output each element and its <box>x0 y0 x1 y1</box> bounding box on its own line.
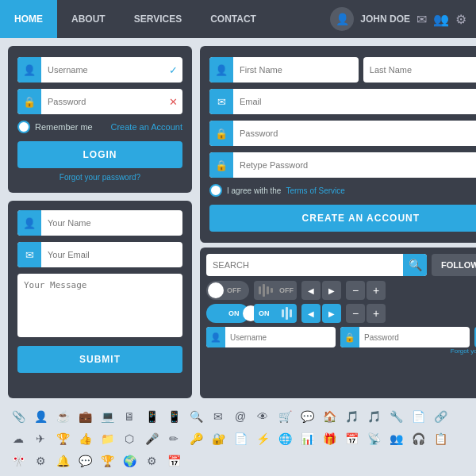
search-input[interactable] <box>206 260 403 270</box>
icon-headphones[interactable]: 🎧 <box>408 428 428 449</box>
arrow-left-1[interactable]: ◀ <box>301 281 321 300</box>
first-name-input[interactable] <box>233 65 359 75</box>
icon-plane[interactable]: ✈ <box>30 428 51 449</box>
nav-home[interactable]: HOME <box>0 0 57 38</box>
toggle-on-1[interactable]: ON <box>206 304 249 323</box>
toggle-off-1[interactable]: OFF <box>206 281 249 300</box>
settings-icon[interactable]: ⚙ <box>455 12 466 27</box>
username-input[interactable] <box>41 65 169 75</box>
users-icon[interactable]: 👥 <box>433 12 449 27</box>
icon-laptop[interactable]: 💻 <box>97 406 117 427</box>
icon-doc[interactable]: 📄 <box>408 406 428 427</box>
icon-home[interactable]: 🏠 <box>319 406 340 427</box>
toggle-off-label-1: OFF <box>227 286 241 294</box>
minus-btn-1[interactable]: − <box>346 281 365 300</box>
icon-wrench[interactable]: 🔧 <box>386 406 406 427</box>
icon-clipboard[interactable]: 📋 <box>430 428 451 449</box>
icon-pencil[interactable]: ✏ <box>163 428 184 449</box>
icon-mic[interactable]: 🎤 <box>141 428 162 449</box>
icon-signal[interactable]: 📡 <box>363 428 384 449</box>
create-account-link[interactable]: Create an Account <box>110 122 182 132</box>
icon-music[interactable]: 🎵 <box>341 406 362 427</box>
icon-lock[interactable]: 🔐 <box>208 428 228 449</box>
arrow-right-1[interactable]: ▶ <box>322 281 341 300</box>
icon-folder[interactable]: 📁 <box>97 428 117 449</box>
password-input[interactable] <box>41 97 169 106</box>
icon-gift[interactable]: 🎁 <box>319 428 340 449</box>
icon-eye[interactable]: 👁 <box>252 406 273 427</box>
icon-globe[interactable]: 🌐 <box>274 428 295 449</box>
icon-settings2[interactable]: ⚙ <box>141 451 162 471</box>
mini-password-row: 🔒 <box>340 327 470 347</box>
arrow-left-2[interactable]: ◀ <box>301 304 321 323</box>
icon-paperclip[interactable]: 📎 <box>8 406 29 427</box>
icon-file[interactable]: 📄 <box>230 428 251 449</box>
icon-key[interactable]: 🔑 <box>186 428 206 449</box>
submit-button[interactable]: SUBMIT <box>17 346 182 373</box>
icon-gear[interactable]: ⚙ <box>30 451 51 471</box>
contact-email-input[interactable] <box>41 250 182 259</box>
icon-chart[interactable]: 📊 <box>297 428 317 449</box>
icon-cart[interactable]: 🛒 <box>274 406 295 427</box>
icon-coffee[interactable]: ☕ <box>52 406 73 427</box>
icon-trophy[interactable]: 🏆 <box>52 428 73 449</box>
nav-services[interactable]: SERVICES <box>120 0 196 38</box>
icon-note[interactable]: 🎵 <box>363 406 384 427</box>
nav-contact[interactable]: CONTACT <box>196 0 271 38</box>
mini-username-row: 👤 <box>206 327 336 347</box>
icon-chat[interactable]: 💬 <box>297 406 317 427</box>
icon-tablet[interactable]: 📱 <box>141 406 162 427</box>
slider-off-1[interactable]: OFF <box>254 281 297 300</box>
icon-layers[interactable]: ⬡ <box>119 428 140 449</box>
create-account-button[interactable]: CREATE AN ACCOUNT <box>209 205 476 232</box>
icon-bell[interactable]: 🔔 <box>52 451 73 471</box>
forgot-password-link[interactable]: Forgot your password? <box>17 173 182 182</box>
icon-briefcase[interactable]: 💼 <box>75 406 95 427</box>
icon-monitor[interactable]: 🖥 <box>119 406 140 427</box>
slider-on-1[interactable]: ON <box>254 304 297 323</box>
mini-forgot-link[interactable]: Forgot your password? <box>206 347 476 355</box>
icon-thumbsup[interactable]: 👍 <box>75 428 95 449</box>
login-button[interactable]: LOGIN <box>17 141 182 168</box>
register-password-input[interactable] <box>233 129 476 138</box>
plus-btn-2[interactable]: + <box>367 304 386 323</box>
nav-about[interactable]: ABOUT <box>57 0 120 38</box>
controls-row-2: ON ON ◀ ▶ <box>206 304 476 323</box>
contact-name-input[interactable] <box>41 218 182 228</box>
arrow-right-2[interactable]: ▶ <box>322 304 341 323</box>
icon-phone[interactable]: 📱 <box>163 406 184 427</box>
user-icon: 👤 <box>17 57 41 83</box>
mail-icon[interactable]: ✉ <box>416 12 427 27</box>
mini-password-input[interactable] <box>359 333 470 342</box>
clear-icon[interactable]: ✕ <box>169 96 182 108</box>
icon-mail[interactable]: ✉ <box>208 406 228 427</box>
contact-message-input[interactable] <box>17 274 182 337</box>
icon-cup[interactable]: 🏆 <box>97 451 117 471</box>
register-email-input[interactable] <box>233 97 476 106</box>
search-button[interactable]: 🔍 <box>403 254 427 276</box>
agree-radio[interactable] <box>209 184 222 197</box>
icon-at[interactable]: @ <box>230 406 251 427</box>
register-email-icon: ✉ <box>209 89 233 114</box>
icon-bubble[interactable]: 💬 <box>75 451 95 471</box>
register-retype-input[interactable] <box>233 160 476 170</box>
icon-date[interactable]: 📅 <box>163 451 184 471</box>
plus-btn-1[interactable]: + <box>367 281 386 300</box>
icon-user[interactable]: 👤 <box>30 406 51 427</box>
remember-radio[interactable] <box>17 121 30 133</box>
terms-link[interactable]: Terms of Service <box>286 186 344 195</box>
icon-calendar[interactable]: 📅 <box>341 428 362 449</box>
icon-cloud[interactable]: ☁ <box>8 428 29 449</box>
last-name-input[interactable] <box>363 65 476 75</box>
follow-button[interactable]: FOLLOW <box>432 254 476 276</box>
icon-world[interactable]: 🌍 <box>119 451 140 471</box>
icon-bolt[interactable]: ⚡ <box>252 428 273 449</box>
icon-users[interactable]: 👥 <box>386 428 406 449</box>
icon-search[interactable]: 🔍 <box>186 406 206 427</box>
arrow-group-1: ◀ ▶ <box>301 281 341 300</box>
icon-flag[interactable]: 🎌 <box>8 451 29 471</box>
icon-link[interactable]: 🔗 <box>430 406 451 427</box>
mini-username-input[interactable] <box>225 333 336 342</box>
search-box: 🔍 <box>206 254 427 276</box>
minus-btn-2[interactable]: − <box>346 304 365 323</box>
